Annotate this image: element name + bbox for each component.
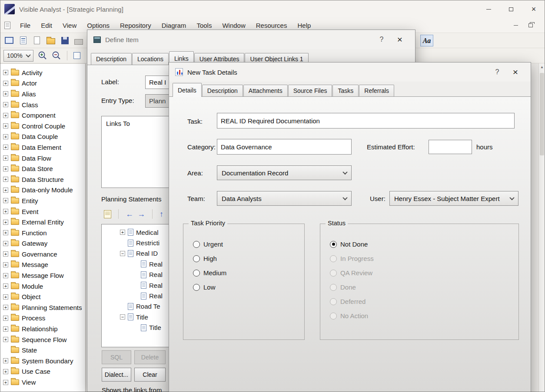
expand-icon[interactable]: +: [3, 326, 8, 332]
font-button[interactable]: Aa: [420, 35, 433, 46]
radio-high[interactable]: High: [193, 251, 226, 266]
expand-icon[interactable]: +: [3, 177, 8, 182]
tree-item-gateway[interactable]: +Gateway: [3, 238, 85, 249]
scroll-up-button[interactable]: ▲: [539, 63, 545, 71]
expand-icon[interactable]: +: [3, 230, 8, 235]
expand-icon[interactable]: +: [3, 70, 8, 75]
zoom-out-button[interactable]: [50, 49, 63, 62]
mdi-restore-icon[interactable]: [528, 23, 533, 27]
tree-item-use-case[interactable]: +Use Case: [3, 366, 85, 377]
up-arrow-icon[interactable]: ↑: [160, 210, 163, 218]
expand-icon[interactable]: +: [3, 358, 8, 363]
tree-item-state[interactable]: +State: [3, 345, 85, 356]
tree-item-process[interactable]: +Process: [3, 313, 85, 324]
collapse-icon[interactable]: −: [120, 251, 125, 256]
tree-item-actor[interactable]: +Actor: [3, 78, 85, 89]
collapse-icon[interactable]: −: [120, 314, 125, 320]
tab-locations[interactable]: Locations: [132, 53, 169, 65]
tab-tasks[interactable]: Tasks: [332, 85, 359, 96]
new-statement-icon[interactable]: [104, 210, 111, 218]
tree-item-module[interactable]: +Module: [3, 281, 85, 292]
expand-icon[interactable]: +: [3, 113, 8, 118]
estimated-effort-input[interactable]: [429, 140, 472, 154]
window-view-button[interactable]: [3, 34, 16, 46]
tree-item-data-structure[interactable]: +Data Structure: [3, 174, 85, 185]
document-icon[interactable]: [4, 22, 10, 29]
tree-item-object[interactable]: +Object: [3, 291, 85, 302]
tab-description[interactable]: Description: [202, 85, 243, 96]
print-button[interactable]: [72, 34, 85, 46]
tree-item-activity[interactable]: +Activity: [3, 67, 85, 78]
tree-item-data-flow[interactable]: +Data Flow: [3, 153, 85, 164]
expand-icon[interactable]: +: [3, 198, 8, 203]
close-button[interactable]: ×: [506, 67, 525, 77]
expand-icon[interactable]: +: [3, 81, 8, 86]
tab-attachments[interactable]: Attachments: [243, 85, 288, 96]
tree-item-entity[interactable]: +Entity: [3, 195, 85, 206]
scrollbar-thumb[interactable]: [540, 73, 544, 155]
expand-icon[interactable]: +: [3, 188, 8, 193]
open-button[interactable]: [44, 34, 57, 46]
radio-icon[interactable]: [193, 255, 200, 262]
zoom-level-dropdown[interactable]: 100%: [3, 50, 33, 62]
radio-icon[interactable]: [330, 241, 337, 248]
tree-item-governance[interactable]: +Governance: [3, 249, 85, 260]
new-file-button[interactable]: [30, 34, 43, 46]
expand-icon[interactable]: +: [3, 145, 8, 150]
radio-icon[interactable]: [193, 241, 200, 248]
tree-item-function[interactable]: +Function: [3, 227, 85, 238]
task-input[interactable]: [217, 113, 515, 128]
tree-item-data-store[interactable]: +Data Store: [3, 163, 85, 174]
help-button[interactable]: ?: [488, 68, 506, 76]
mdi-minimize-icon[interactable]: [514, 25, 518, 26]
expand-icon[interactable]: +: [3, 305, 8, 310]
forward-arrow-icon[interactable]: →: [137, 210, 145, 218]
tree-item-planning-statements[interactable]: +Planning Statements: [3, 302, 85, 313]
help-button[interactable]: ?: [372, 36, 391, 43]
close-button[interactable]: ×: [391, 34, 409, 45]
expand-icon[interactable]: +: [120, 230, 125, 235]
expand-icon[interactable]: +: [3, 337, 8, 342]
team-dropdown[interactable]: Data Analysts: [217, 191, 352, 206]
menu-edit[interactable]: Edit: [36, 18, 57, 33]
user-dropdown[interactable]: Henry Essex - Subject Matter Expert: [389, 191, 518, 206]
radio-icon[interactable]: [193, 284, 200, 291]
tab-source-files[interactable]: Source Files: [288, 85, 332, 96]
expand-icon[interactable]: +: [3, 262, 8, 267]
expand-icon[interactable]: +: [3, 155, 8, 161]
expand-icon[interactable]: +: [3, 134, 8, 139]
save-button[interactable]: [58, 34, 71, 46]
radio-icon[interactable]: [193, 270, 200, 277]
vertical-scrollbar[interactable]: ▲: [538, 63, 545, 392]
area-dropdown[interactable]: Documentation Record: [217, 165, 352, 180]
close-button[interactable]: ×: [522, 0, 545, 18]
clear-button[interactable]: Clear: [134, 368, 166, 382]
menu-view[interactable]: View: [57, 18, 82, 33]
tree-item-system-boundary[interactable]: +System Boundary: [3, 356, 85, 366]
tree-item-message-flow[interactable]: +Message Flow: [3, 270, 85, 281]
tab-description[interactable]: Description: [91, 53, 132, 65]
tree-item-view[interactable]: +View: [3, 377, 85, 388]
tree-item-sequence-flow[interactable]: +Sequence Flow: [3, 334, 85, 345]
tree-item-component[interactable]: +Component: [3, 110, 85, 121]
tree-item-message[interactable]: +Message: [3, 260, 85, 270]
radio-urgent[interactable]: Urgent: [193, 237, 226, 251]
expand-icon[interactable]: +: [3, 102, 8, 107]
expand-icon[interactable]: +: [3, 241, 8, 246]
zoom-in-button[interactable]: [36, 49, 49, 62]
tree-item-data-only-module[interactable]: +Data-only Module: [3, 185, 85, 196]
tab-details[interactable]: Details: [173, 83, 202, 97]
expand-icon[interactable]: +: [3, 369, 8, 374]
tree-item-data-couple[interactable]: +Data Couple: [3, 132, 85, 142]
tree-item-external-entity[interactable]: +External Entity: [3, 217, 85, 227]
radio-not-done[interactable]: Not Done: [330, 237, 374, 251]
expand-icon[interactable]: +: [3, 316, 8, 321]
category-input[interactable]: [217, 139, 352, 155]
expand-icon[interactable]: +: [3, 209, 8, 214]
tree-item-data-element[interactable]: +Data Element: [3, 142, 85, 153]
radio-low[interactable]: Low: [193, 280, 226, 294]
maximize-button[interactable]: [500, 0, 522, 18]
tree-item-event[interactable]: +Event: [3, 206, 85, 217]
tree-item-alias[interactable]: +Alias: [3, 89, 85, 99]
select-tool-button[interactable]: [70, 49, 83, 62]
